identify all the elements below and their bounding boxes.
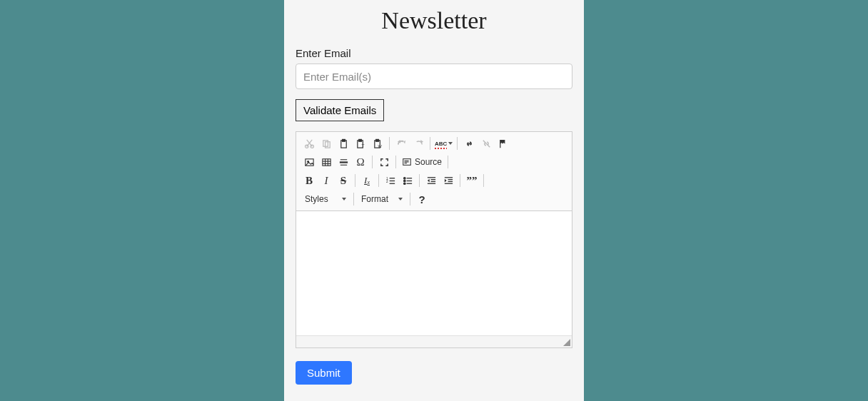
numbered-list-icon[interactable]: 12 bbox=[382, 172, 399, 189]
copy-icon[interactable] bbox=[318, 135, 335, 152]
editor-content-area[interactable] bbox=[296, 211, 572, 336]
horizontal-rule-icon[interactable] bbox=[335, 153, 352, 171]
separator bbox=[395, 156, 396, 168]
paste-text-icon[interactable]: T bbox=[352, 135, 369, 152]
svg-text:T: T bbox=[361, 143, 364, 148]
italic-button[interactable]: I bbox=[318, 172, 335, 189]
indent-icon[interactable] bbox=[440, 172, 457, 189]
svg-point-37 bbox=[403, 177, 405, 178]
separator bbox=[355, 174, 355, 187]
svg-rect-12 bbox=[375, 139, 378, 141]
editor-toolbar: T W ABC bbox=[296, 132, 572, 211]
resize-handle[interactable] bbox=[563, 339, 570, 346]
chevron-down-icon bbox=[342, 198, 346, 200]
maximize-icon[interactable] bbox=[375, 153, 393, 171]
separator bbox=[483, 174, 484, 187]
submit-button[interactable]: Submit bbox=[296, 361, 352, 385]
email-input[interactable] bbox=[296, 64, 572, 89]
svg-rect-20 bbox=[322, 158, 330, 165]
paste-word-icon[interactable]: W bbox=[369, 135, 386, 152]
strikethrough-button[interactable]: S bbox=[335, 172, 352, 189]
source-label: Source bbox=[415, 157, 442, 167]
validate-button[interactable]: Validate Emails bbox=[296, 99, 384, 121]
bold-button[interactable]: B bbox=[301, 172, 318, 189]
format-dropdown[interactable]: Format bbox=[357, 191, 407, 208]
svg-marker-52 bbox=[444, 178, 446, 182]
source-button[interactable]: Source bbox=[399, 153, 445, 171]
spellcheck-label: ABC bbox=[435, 141, 447, 147]
svg-rect-9 bbox=[358, 139, 361, 141]
separator bbox=[378, 174, 379, 187]
newsletter-panel: Newsletter Enter Email Validate Emails T bbox=[284, 0, 584, 401]
separator bbox=[372, 156, 373, 168]
format-label: Format bbox=[361, 194, 388, 204]
chevron-down-icon bbox=[448, 142, 453, 145]
table-icon[interactable] bbox=[318, 153, 335, 171]
editor-statusbar bbox=[296, 336, 572, 347]
email-label: Enter Email bbox=[296, 47, 572, 59]
image-icon[interactable] bbox=[301, 153, 318, 171]
redo-icon[interactable] bbox=[410, 135, 427, 152]
svg-point-39 bbox=[403, 183, 405, 184]
special-char-icon[interactable]: Ω bbox=[352, 153, 369, 171]
separator bbox=[410, 193, 410, 205]
separator bbox=[419, 174, 420, 187]
svg-marker-47 bbox=[427, 178, 429, 182]
anchor-icon[interactable] bbox=[495, 135, 512, 152]
bulleted-list-icon[interactable] bbox=[399, 172, 416, 189]
styles-dropdown[interactable]: Styles bbox=[301, 191, 350, 208]
chevron-down-icon bbox=[398, 198, 403, 200]
cut-icon[interactable] bbox=[301, 135, 318, 152]
separator bbox=[460, 174, 460, 187]
outdent-icon[interactable] bbox=[423, 172, 440, 189]
separator bbox=[389, 137, 390, 150]
separator bbox=[448, 156, 448, 168]
remove-format-button[interactable]: Ix bbox=[358, 172, 375, 189]
separator bbox=[353, 193, 354, 205]
unlink-icon[interactable] bbox=[478, 135, 495, 152]
link-icon[interactable] bbox=[460, 135, 478, 152]
svg-rect-7 bbox=[342, 139, 345, 141]
spellcheck-button[interactable]: ABC bbox=[433, 135, 454, 152]
undo-icon[interactable] bbox=[393, 135, 410, 152]
svg-point-38 bbox=[403, 180, 405, 181]
help-button[interactable]: ? bbox=[413, 191, 430, 208]
svg-text:W: W bbox=[378, 144, 382, 148]
styles-label: Styles bbox=[305, 194, 328, 204]
page-title: Newsletter bbox=[296, 0, 572, 47]
paste-icon[interactable] bbox=[335, 135, 352, 152]
separator bbox=[430, 137, 430, 150]
svg-text:2: 2 bbox=[385, 180, 388, 183]
rich-text-editor: T W ABC bbox=[296, 131, 572, 348]
blockquote-button[interactable]: ”” bbox=[463, 172, 480, 189]
separator bbox=[457, 137, 458, 150]
